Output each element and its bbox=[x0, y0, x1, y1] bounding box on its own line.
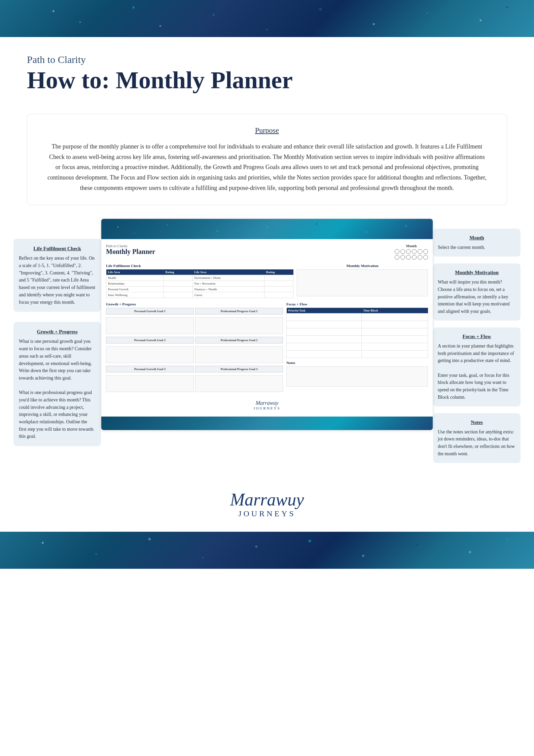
lfc-environment-rating[interactable] bbox=[264, 275, 293, 281]
planner-month-area: Month bbox=[395, 244, 428, 260]
focus-time-2[interactable] bbox=[361, 321, 428, 328]
growth-label: Growth + Progress bbox=[106, 302, 283, 306]
planner-lfc-row: Life Fulfilment Check Life Area Rating L… bbox=[106, 264, 428, 298]
left-annotations: Life Fulfilment Check Reflect on the key… bbox=[13, 219, 101, 446]
focus-row-3 bbox=[287, 328, 428, 336]
focus-task-6[interactable] bbox=[287, 351, 362, 358]
lfc-health: Health bbox=[106, 275, 164, 281]
monthly-motivation-section: Monthly Motivation bbox=[297, 264, 428, 298]
focus-row-4 bbox=[287, 336, 428, 343]
planner-footer-sub: JOURNEYS bbox=[106, 406, 428, 410]
goal-pair-3: Personal Growth Goal 3 Professional Prog… bbox=[106, 366, 283, 372]
lfc-health-rating[interactable] bbox=[164, 275, 192, 281]
goal-box-pro2[interactable] bbox=[195, 346, 283, 363]
lfc-header-rating2: Rating bbox=[264, 269, 293, 275]
focus-time-3[interactable] bbox=[361, 328, 428, 336]
annotation-mm-text: What will inspire you this month? Choose… bbox=[438, 280, 509, 314]
month-circles bbox=[395, 249, 428, 260]
lfc-career-rating[interactable] bbox=[264, 292, 293, 298]
lfc-row-2: Relationships Fun + Recreation bbox=[106, 281, 293, 287]
lfc-career: Career bbox=[192, 292, 264, 298]
growth-goals: Personal Growth Goal 1 Professional Prog… bbox=[106, 308, 283, 393]
lfc-header-rating: Rating bbox=[164, 269, 192, 275]
right-annotations: Month Select the current month. Monthly … bbox=[433, 219, 521, 463]
month-circle-3[interactable] bbox=[406, 249, 411, 254]
lfc-row-1: Health Environment + Home bbox=[106, 275, 293, 281]
planner-path-label: Path to Clarity bbox=[106, 244, 395, 248]
notes-box[interactable] bbox=[286, 366, 428, 387]
month-circle-8[interactable] bbox=[400, 255, 405, 260]
focus-header-timeblock: Time Block bbox=[361, 308, 428, 314]
month-circle-7[interactable] bbox=[395, 255, 399, 260]
goal-pair-1-boxes bbox=[106, 317, 283, 334]
planner-growth-focus-row: Growth + Progress Personal Growth Goal 1… bbox=[106, 302, 428, 393]
planner-logo-area: Path to Clarity Monthly Planner bbox=[106, 244, 395, 256]
lfc-relationships-rating[interactable] bbox=[164, 281, 192, 287]
lfc-header-life-area2: Life Area bbox=[192, 269, 264, 275]
goal-label-pg3: Personal Growth Goal 3 bbox=[106, 366, 194, 372]
focus-task-4[interactable] bbox=[287, 336, 362, 343]
lfc-inner-rating[interactable] bbox=[164, 292, 192, 298]
annotation-gp-title: Growth + Progress bbox=[19, 328, 96, 336]
focus-time-5[interactable] bbox=[361, 343, 428, 351]
month-circle-10[interactable] bbox=[412, 255, 417, 260]
goal-box-pro1[interactable] bbox=[195, 317, 283, 334]
planner-footer-image bbox=[101, 417, 433, 430]
month-circle-5[interactable] bbox=[418, 249, 422, 254]
month-circle-4[interactable] bbox=[412, 249, 417, 254]
month-circle-1[interactable] bbox=[395, 249, 399, 254]
annotation-month-text: Select the current month. bbox=[438, 245, 485, 250]
goal-box-pg2[interactable] bbox=[106, 346, 194, 363]
title-section: Path to Clarity How to: Monthly Planner bbox=[0, 37, 534, 107]
annotation-notes-title: Notes bbox=[438, 419, 516, 426]
lfc-pg-rating[interactable] bbox=[164, 287, 192, 292]
header-banner bbox=[0, 0, 534, 37]
purpose-heading: Purpose bbox=[47, 126, 487, 135]
month-circle-2[interactable] bbox=[400, 249, 405, 254]
lfc-table: Life Area Rating Life Area Rating Health bbox=[106, 269, 293, 298]
month-circle-9[interactable] bbox=[406, 255, 411, 260]
month-circle-12[interactable] bbox=[423, 255, 428, 260]
annotation-life-fulfilment: Life Fulfilment Check Reflect on the key… bbox=[13, 239, 101, 312]
planner-title-row: Path to Clarity Monthly Planner Month bbox=[106, 244, 428, 260]
focus-time-1[interactable] bbox=[361, 314, 428, 321]
focus-time-6[interactable] bbox=[361, 351, 428, 358]
planner-body: Path to Clarity Monthly Planner Month bbox=[101, 239, 433, 417]
lfc-finances: Finances + Wealth bbox=[192, 287, 264, 292]
bottom-logo-section: Marrawuy JOURNEYS bbox=[0, 470, 534, 532]
annotation-mm-title: Monthly Motivation bbox=[438, 269, 516, 276]
annotation-focus-flow: Focus + Flow A section in your planner t… bbox=[433, 327, 521, 406]
goal-box-pg3[interactable] bbox=[106, 375, 194, 392]
focus-section: Focus + Flow Priority/Task Time Block bbox=[286, 302, 428, 393]
lfc-finances-rating[interactable] bbox=[264, 287, 293, 292]
lfc-personal-growth: Personal Growth bbox=[106, 287, 164, 292]
focus-task-3[interactable] bbox=[287, 328, 362, 336]
annotation-ff-text2: Enter your task, goal, or focus for this… bbox=[438, 373, 509, 400]
annotation-month-title: Month bbox=[438, 234, 516, 242]
focus-row-2 bbox=[287, 321, 428, 328]
planner-preview: Path to Clarity Monthly Planner Month bbox=[101, 219, 433, 430]
month-circle-11[interactable] bbox=[418, 255, 422, 260]
planner-preview-wrapper: Path to Clarity Monthly Planner Month bbox=[101, 219, 433, 430]
annotation-notes: Notes Use the notes section for anything… bbox=[433, 413, 521, 463]
planner-logo-marrawuy: Marrawuy bbox=[256, 400, 279, 406]
lfc-relationships: Relationships bbox=[106, 281, 164, 287]
goal-box-pg1[interactable] bbox=[106, 317, 194, 334]
goal-pair-3-boxes bbox=[106, 375, 283, 392]
annotation-ff-text: A section in your planner that highlight… bbox=[438, 343, 514, 363]
planner-main-title: Monthly Planner bbox=[106, 248, 395, 256]
lfc-fun-rating[interactable] bbox=[264, 281, 293, 287]
focus-table: Priority/Task Time Block bbox=[286, 308, 428, 358]
focus-time-4[interactable] bbox=[361, 336, 428, 343]
lfc-fun: Fun + Recreation bbox=[192, 281, 264, 287]
bottom-logo-journeys: JOURNEYS bbox=[0, 509, 534, 518]
bottom-logo-marrawuy: Marrawuy bbox=[0, 490, 534, 509]
purpose-body: The purpose of the monthly planner is to… bbox=[47, 141, 487, 193]
focus-task-2[interactable] bbox=[287, 321, 362, 328]
month-circle-6[interactable] bbox=[423, 249, 428, 254]
monthly-motivation-box[interactable] bbox=[297, 269, 428, 296]
goal-box-pro3[interactable] bbox=[195, 375, 283, 392]
focus-task-1[interactable] bbox=[287, 314, 362, 321]
focus-task-5[interactable] bbox=[287, 343, 362, 351]
goal-label-pro3: Professional Progress Goal 3 bbox=[195, 366, 283, 372]
